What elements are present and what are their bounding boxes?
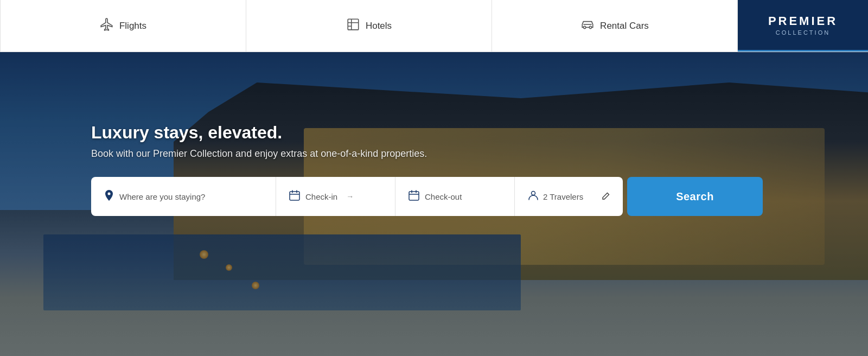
- hero-subheadline: Book with our Premier Collection and enj…: [91, 148, 763, 160]
- hero-headline: Luxury stays, elevated.: [91, 123, 763, 143]
- svg-point-1: [584, 26, 586, 28]
- hero-content: Luxury stays, elevated. Book with our Pr…: [91, 123, 763, 216]
- search-button[interactable]: Search: [627, 177, 763, 216]
- svg-rect-0: [348, 19, 359, 30]
- calendar-checkin-icon: [289, 190, 300, 204]
- person-icon: [528, 190, 539, 204]
- checkin-field[interactable]: Check-in →: [276, 177, 395, 216]
- checkout-field[interactable]: Check-out: [395, 177, 514, 216]
- svg-rect-4: [290, 192, 299, 200]
- svg-point-6: [532, 191, 535, 195]
- hero-section: Luxury stays, elevated. Book with our Pr…: [0, 52, 868, 356]
- location-placeholder: Where are you staying?: [119, 192, 205, 201]
- location-icon: [104, 189, 114, 204]
- checkin-label: Check-in: [305, 192, 337, 201]
- location-field[interactable]: Where are you staying?: [91, 177, 276, 216]
- nav-premier-collection[interactable]: PREMIER COLLECTION: [738, 0, 868, 52]
- arrow-icon: →: [346, 192, 354, 201]
- edit-icon: [602, 192, 610, 201]
- main-navigation: Flights Hotels Rental Cars PREMIER COLLE…: [0, 0, 868, 52]
- flights-label: Flights: [119, 21, 146, 31]
- checkout-label: Check-out: [425, 192, 462, 201]
- svg-rect-5: [409, 192, 419, 200]
- premier-subtitle: COLLECTION: [776, 29, 830, 36]
- svg-point-2: [589, 26, 591, 28]
- nav-rental-cars[interactable]: Rental Cars: [492, 0, 738, 52]
- svg-point-3: [108, 192, 111, 195]
- flights-icon: [100, 17, 114, 35]
- nav-flights[interactable]: Flights: [0, 0, 246, 52]
- nav-hotels[interactable]: Hotels: [246, 0, 492, 52]
- rental-cars-label: Rental Cars: [600, 21, 649, 31]
- car-icon: [580, 17, 595, 35]
- premier-title: PREMIER: [768, 14, 838, 28]
- hotels-label: Hotels: [366, 21, 392, 31]
- search-bar: Where are you staying? Check-in →: [91, 177, 763, 216]
- calendar-checkout-icon: [409, 190, 419, 204]
- travelers-label: 2 Travelers: [543, 192, 583, 201]
- travelers-field[interactable]: 2 Travelers: [514, 177, 623, 216]
- hotels-icon: [346, 17, 360, 35]
